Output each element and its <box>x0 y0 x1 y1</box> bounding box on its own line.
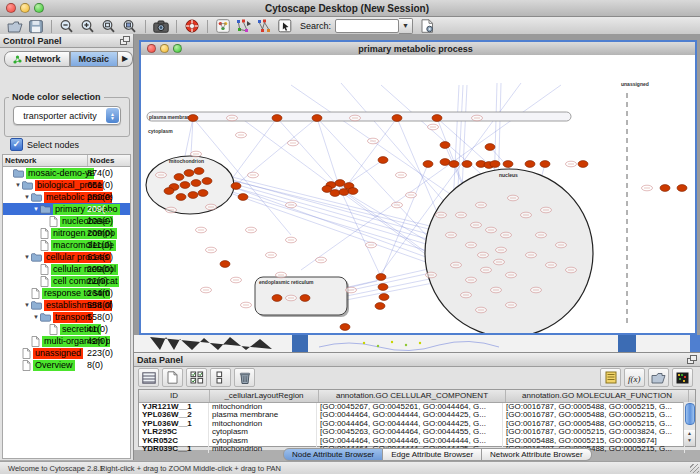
tree-column-network[interactable]: Network <box>3 155 88 166</box>
network-node <box>660 185 670 192</box>
minimize-window-icon[interactable] <box>20 3 30 13</box>
tab-mosaic-label: Mosaic <box>79 52 110 66</box>
snapshot-camera-icon[interactable] <box>152 18 169 34</box>
tree-item-overview[interactable]: Overview8(0) <box>3 359 130 371</box>
tree-item-secretion[interactable]: secretion41(0) <box>3 323 130 335</box>
scrollbar-thumb[interactable] <box>685 403 695 425</box>
column-header-1[interactable]: _cellularLayoutRegion <box>210 390 319 402</box>
expand-arrow-icon[interactable]: ▼ <box>32 206 40 212</box>
help-lifering-icon[interactable] <box>183 18 200 34</box>
zoom-fit-icon[interactable] <box>121 18 138 34</box>
network-zoom-icon[interactable] <box>173 44 182 53</box>
delete-attribute-icon[interactable] <box>234 368 255 387</box>
expand-arrow-icon[interactable]: ▼ <box>23 302 31 308</box>
network-node <box>335 180 345 187</box>
tab-node-attribute-browser[interactable]: Node Attribute Browser <box>283 448 383 461</box>
network-node <box>188 115 198 122</box>
tab-network[interactable]: Network <box>4 51 70 67</box>
table-row[interactable]: YKR052Ccytoplasm[GO:0044464, GO:0044446,… <box>139 437 695 445</box>
column-header-0[interactable]: ID <box>139 390 210 402</box>
tree-item-cellular-metabol[interactable]: cellular metabol209(0) <box>3 263 130 275</box>
tree-item-nitrogen-compo[interactable]: nitrogen compo209(0) <box>3 227 130 239</box>
scrollbar-arrows[interactable]: ▲▼ <box>683 430 695 446</box>
tree-item-multi-organism-pro[interactable]: multi-organism pro42(0) <box>3 335 130 347</box>
network-canvas[interactable]: unassignedplasma membranecytoplasmnucleu… <box>141 55 695 333</box>
tree-item-count: 22(0) <box>87 276 108 286</box>
network-node <box>449 161 459 168</box>
layout-network-icon[interactable] <box>235 18 252 34</box>
zoom-window-icon[interactable] <box>34 3 44 13</box>
network-window-titlebar[interactable]: primary metabolic process <box>141 42 695 56</box>
tab-edge-attribute-browser[interactable]: Edge Attribute Browser <box>383 448 482 461</box>
float-data-panel-icon[interactable] <box>687 355 697 364</box>
table-cell: [GO:0045267, GO:0045261, GO:0044464, G..… <box>317 403 503 411</box>
tree-item-cellular-process[interactable]: ▼cellular process614(0) <box>3 251 130 263</box>
dropdown-stepper-icon: ▲▼ <box>106 108 119 123</box>
node-color-selection-group: Node color selection transporter activit… <box>4 97 130 137</box>
tree-item-metabolic-process[interactable]: ▼metabolic process280(0) <box>3 191 130 203</box>
select-nodes-checkbox[interactable]: ✓ <box>10 138 23 151</box>
annotation-icon[interactable] <box>277 18 294 34</box>
background-window-fragments[interactable] <box>134 335 700 352</box>
search-config-icon[interactable] <box>419 18 436 34</box>
tab-overflow-arrow-icon[interactable]: ▶ <box>118 51 133 67</box>
new-attribute-icon[interactable] <box>162 368 183 387</box>
tree-item-cell-communicat[interactable]: cell communicat22(0) <box>3 275 130 287</box>
formula-icon[interactable]: f(x) <box>624 368 645 387</box>
region-label-endoplasmic-reticulum: endoplasmic reticulum <box>259 279 314 285</box>
load-file-icon[interactable] <box>648 368 669 387</box>
network-minimize-icon[interactable] <box>160 44 169 53</box>
save-icon[interactable] <box>27 18 44 34</box>
tree-column-headers[interactable]: Network Nodes <box>2 154 131 167</box>
tree-item-primary-metabo[interactable]: ▼primary metabo209(... <box>3 203 130 215</box>
search-dropdown-arrow-icon[interactable]: ▼ <box>399 18 413 34</box>
expand-arrow-icon[interactable]: ▼ <box>23 254 31 260</box>
window-titlebar[interactable]: Cytoscape Desktop (New Session) <box>0 0 700 17</box>
expand-arrow-icon[interactable]: ▼ <box>14 182 22 188</box>
expand-arrow-icon[interactable]: ▼ <box>23 194 31 200</box>
network-node <box>340 324 350 331</box>
float-panel-icon[interactable] <box>120 36 130 45</box>
attribute-table[interactable]: ID_cellularLayoutRegionannotation.GO CEL… <box>138 389 696 447</box>
network-close-icon[interactable] <box>147 44 156 53</box>
tree-item-nucleobase-[interactable]: nucleobase-209(0) <box>3 215 130 227</box>
tab-mosaic[interactable]: Mosaic <box>70 51 119 67</box>
zoom-out-icon[interactable] <box>58 18 75 34</box>
attribute-table-icon[interactable] <box>138 368 159 387</box>
column-header-3[interactable]: annotation.GO MOLECULAR_FUNCTION <box>506 390 689 402</box>
network-node <box>198 190 208 197</box>
tree-item-establishment-of-lo[interactable]: ▼establishment of lo558(0) <box>3 299 130 311</box>
tree-column-nodes[interactable]: Nodes <box>88 155 130 166</box>
attribute-table-header[interactable]: ID_cellularLayoutRegionannotation.GO CEL… <box>139 390 695 403</box>
tab-network-attribute-browser[interactable]: Network Attribute Browser <box>482 448 591 461</box>
tree-item-transport[interactable]: ▼transport558(0) <box>3 311 130 323</box>
select-attributes-icon[interactable] <box>186 368 207 387</box>
layout-arrange-icon[interactable] <box>256 18 273 34</box>
matrix-icon[interactable] <box>672 368 693 387</box>
zoom-in-icon[interactable] <box>79 18 96 34</box>
table-row[interactable]: YJR121W__1mitochondrion[GO:0045267, GO:0… <box>139 403 695 411</box>
column-header-2[interactable]: annotation.GO CELLULAR_COMPONENT <box>319 390 506 402</box>
resize-grip[interactable] <box>690 464 699 473</box>
unselect-attributes-icon[interactable] <box>210 368 231 387</box>
tree-item-unassigned[interactable]: unassigned223(0) <box>3 347 130 359</box>
network-view-window[interactable]: primary metabolic process unassignedplas… <box>139 40 697 335</box>
vizmapper-icon[interactable] <box>214 18 231 34</box>
import-attributes-icon[interactable] <box>600 368 621 387</box>
tree-item-response-to-stimulu[interactable]: response to stimulu264(0) <box>3 287 130 299</box>
table-row[interactable]: YPL036W__1mitochondrion[GO:0044464, GO:0… <box>139 420 695 428</box>
tree-item-macromolecule[interactable]: macromolecule311(0) <box>3 239 130 251</box>
network-tree: mosaic-demo-yeast874(0)▼biological_proce… <box>2 167 131 459</box>
tree-item-count: 41(0) <box>87 324 108 334</box>
zoom-selected-region-icon[interactable] <box>100 18 117 34</box>
tree-item-biological-process[interactable]: ▼biological_process651(0) <box>3 179 130 191</box>
region-label-plasma-membrane: plasma membrane <box>149 114 193 120</box>
table-row[interactable]: YLR295Ccytoplasm[GO:0045263, GO:0044464,… <box>139 428 695 436</box>
node-color-dropdown[interactable]: transporter activity ▲▼ <box>13 106 121 125</box>
table-row[interactable]: YPL036W__2plasma membrane[GO:0044464, GO… <box>139 411 695 419</box>
expand-arrow-icon[interactable]: ▼ <box>32 314 40 320</box>
search-input[interactable] <box>335 19 399 33</box>
tree-item-mosaic-demo-yeast[interactable]: mosaic-demo-yeast874(0) <box>3 167 130 179</box>
close-window-icon[interactable] <box>6 3 16 13</box>
open-folder-icon[interactable] <box>6 18 23 34</box>
